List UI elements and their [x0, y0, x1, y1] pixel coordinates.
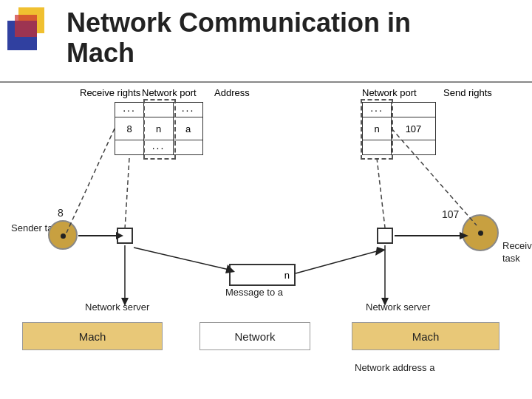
right-grid-data-row: n 107 — [362, 117, 436, 140]
logo-block — [7, 7, 63, 66]
message-box: n — [229, 264, 296, 286]
network-server-left-label: Network server — [85, 301, 149, 313]
cell-n-right: n — [362, 117, 392, 140]
sender-dot — [61, 233, 66, 239]
num-8: 8 — [58, 207, 64, 219]
left-grid-data-row: 8 n a — [115, 117, 203, 140]
message-label: Message to a — [225, 287, 283, 298]
svg-line-10 — [296, 251, 377, 273]
svg-marker-11 — [375, 247, 386, 256]
port-square-left — [117, 228, 133, 244]
label-send-rights: Send rights — [443, 87, 492, 98]
left-grid-top-dots: ··· ··· — [115, 102, 203, 117]
cell-n-left: n — [144, 117, 174, 140]
cell-8: 8 — [115, 117, 144, 140]
svg-line-8 — [134, 248, 229, 270]
left-grid-bottom-dots: ··· — [115, 140, 203, 155]
port-square-right — [377, 228, 393, 244]
label-address: Address — [214, 87, 250, 98]
label-network-port-left: Network port — [142, 87, 197, 98]
label-receive-rights: Receive rights — [80, 87, 140, 98]
label-network-port-right: Network port — [362, 87, 417, 98]
receiver-task-label: Receivertask — [502, 240, 532, 265]
mach-box-left: Mach — [22, 322, 163, 350]
right-grid-bottom-dots — [362, 140, 436, 155]
title-area: Network Communication in Mach — [66, 7, 517, 69]
receiver-dot — [478, 231, 483, 236]
network-address-label: Network address a — [355, 362, 434, 373]
divider — [0, 81, 532, 83]
mach-box-right: Mach — [352, 322, 499, 350]
svg-line-2 — [377, 158, 385, 228]
svg-line-0 — [125, 158, 129, 229]
svg-line-1 — [66, 129, 115, 233]
network-box: Network — [200, 322, 310, 350]
logo-red-square — [15, 15, 37, 37]
num-107: 107 — [442, 208, 459, 220]
cell-107: 107 — [392, 117, 436, 140]
network-server-right-label: Network server — [366, 301, 430, 313]
right-grid-top-dots: ··· — [362, 102, 436, 117]
cell-a: a — [174, 117, 203, 140]
page-title: Network Communication in Mach — [66, 7, 517, 69]
